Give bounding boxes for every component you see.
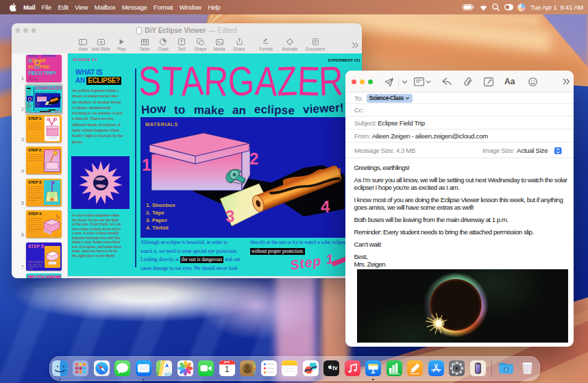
svg-text:3: 3	[225, 207, 234, 225]
svg-text:tv: tv	[332, 364, 338, 371]
svg-text:4: 4	[321, 197, 330, 216]
svg-text:1: 1	[142, 156, 151, 174]
svg-text:MATERIALS: MATERIALS	[145, 121, 178, 127]
svg-text:2: 2	[249, 149, 258, 168]
svg-text:4. Tinfoil: 4. Tinfoil	[146, 225, 169, 231]
svg-text:3. Paper: 3. Paper	[146, 217, 167, 223]
svg-text:2. Tape: 2. Tape	[146, 210, 165, 216]
svg-text:1. Shoebox: 1. Shoebox	[146, 202, 175, 208]
